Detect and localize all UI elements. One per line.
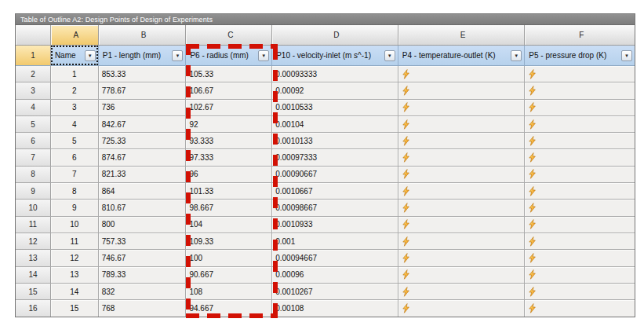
cell-p6-radius[interactable]: 97.333 [186,149,272,165]
header-cell-p4-temperature-outlet[interactable]: P4 - temperature-outlet (K) ▼ [398,46,526,65]
cell-p1-length[interactable]: 746.67 [99,250,187,266]
column-letter-b[interactable]: B [99,25,187,45]
row-number-1[interactable]: 1 [16,46,51,65]
cell-p1-length[interactable]: 864 [99,183,187,199]
cell-p1-length[interactable]: 736 [99,100,187,115]
column-letter-f[interactable]: F [525,25,635,45]
header-cell-p6-radius[interactable]: P6 - radius (mm) ▼ [186,46,272,65]
cell-name[interactable]: 12 [51,250,99,266]
cell-name[interactable]: 3 [51,100,99,115]
cell-name[interactable]: 13 [51,267,99,283]
cell-p10-velocity-inlet[interactable]: 0.00104 [272,116,398,132]
row-number[interactable]: 16 [16,300,51,317]
row-number[interactable]: 10 [16,200,51,215]
corner-cell[interactable] [16,25,51,45]
cell-p4-temperature-pending[interactable] [398,233,526,249]
cell-p4-temperature-pending[interactable] [398,167,526,182]
cell-p10-velocity-inlet[interactable]: 0.00093333 [272,66,398,82]
cell-p10-velocity-inlet[interactable]: 0.00096 [272,267,398,283]
header-cell-p1-length[interactable]: P1 - length (mm) ▼ [99,46,187,65]
cell-name[interactable]: 6 [51,149,99,165]
cell-p10-velocity-inlet[interactable]: 0.00098667 [272,200,398,215]
cell-name[interactable]: 9 [51,200,99,215]
cell-p1-length[interactable]: 874.67 [99,149,187,165]
row-number[interactable]: 14 [16,267,51,283]
cell-p1-length[interactable]: 768 [99,300,187,317]
cell-p1-length[interactable]: 778.67 [99,82,187,98]
p5-filter-dropdown-button[interactable]: ▼ [621,50,632,61]
cell-name[interactable]: 14 [51,284,99,299]
row-number[interactable]: 11 [16,217,51,233]
header-cell-p10-velocity-inlet[interactable]: P10 - velocity-inlet (m s^-1) ▼ [272,46,398,65]
cell-p6-radius[interactable]: 90.667 [186,267,272,283]
cell-p10-velocity-inlet[interactable]: 0.001 [272,233,398,249]
row-number[interactable]: 7 [16,149,51,165]
cell-p4-temperature-pending[interactable] [398,149,526,165]
cell-p6-radius[interactable]: 106.67 [186,82,272,98]
p6-filter-dropdown-button[interactable]: ▼ [258,50,269,61]
cell-p4-temperature-pending[interactable] [398,133,526,148]
cell-p1-length[interactable]: 842.67 [99,116,187,132]
cell-p6-radius[interactable]: 105.33 [186,66,272,82]
cell-p10-velocity-inlet[interactable]: 0.00097333 [272,149,398,165]
cell-p6-radius[interactable]: 98.667 [186,200,272,215]
p1-filter-dropdown-button[interactable]: ▼ [172,50,183,61]
cell-p1-length[interactable]: 810.67 [99,200,187,215]
cell-p5-pressure-pending[interactable] [525,183,635,199]
cell-p1-length[interactable]: 757.33 [99,233,187,249]
header-cell-p5-pressure-drop[interactable]: P5 - pressure drop (K) ▼ [525,46,635,65]
cell-p5-pressure-pending[interactable] [525,66,635,82]
cell-p5-pressure-pending[interactable] [525,167,635,182]
row-number[interactable]: 3 [16,82,51,98]
name-filter-dropdown-button[interactable]: ▼ [85,50,96,61]
cell-p6-radius[interactable]: 96 [186,167,272,182]
cell-p4-temperature-pending[interactable] [398,82,526,98]
cell-p4-temperature-pending[interactable] [398,116,526,132]
cell-p1-length[interactable]: 800 [99,217,187,233]
cell-p6-radius[interactable]: 102.67 [186,100,272,115]
cell-p10-velocity-inlet[interactable]: 0.00094667 [272,250,398,266]
cell-p5-pressure-pending[interactable] [525,82,635,98]
cell-name[interactable]: 5 [51,133,99,148]
cell-p1-length[interactable]: 832 [99,284,187,299]
cell-p4-temperature-pending[interactable] [398,284,526,299]
cell-p5-pressure-pending[interactable] [525,200,635,215]
cell-p10-velocity-inlet[interactable]: 0.00092 [272,82,398,98]
cell-name[interactable]: 10 [51,217,99,233]
cell-p6-radius[interactable]: 92 [186,116,272,132]
cell-p6-radius[interactable]: 108 [186,284,272,299]
cell-p1-length[interactable]: 789.33 [99,267,187,283]
cell-p5-pressure-pending[interactable] [525,250,635,266]
row-number[interactable]: 15 [16,284,51,299]
cell-p5-pressure-pending[interactable] [525,217,635,233]
cell-p4-temperature-pending[interactable] [398,300,526,317]
cell-p4-temperature-pending[interactable] [398,100,526,115]
cell-p4-temperature-pending[interactable] [398,217,526,233]
cell-p5-pressure-pending[interactable] [525,284,635,299]
p4-filter-dropdown-button[interactable]: ▼ [511,50,522,61]
cell-p6-radius[interactable]: 109.33 [186,233,272,249]
cell-p5-pressure-pending[interactable] [525,300,635,317]
cell-name[interactable]: 7 [51,167,99,182]
cell-p5-pressure-pending[interactable] [525,116,635,132]
row-number[interactable]: 2 [16,66,51,82]
cell-name[interactable]: 11 [51,233,99,249]
cell-p5-pressure-pending[interactable] [525,267,635,283]
cell-p10-velocity-inlet[interactable]: 0.00108 [272,300,398,317]
row-number[interactable]: 4 [16,100,51,115]
cell-p1-length[interactable]: 725.33 [99,133,187,148]
cell-name[interactable]: 4 [51,116,99,132]
column-letter-d[interactable]: D [272,25,398,45]
header-cell-name[interactable]: Name ▼ [51,46,99,65]
column-letter-e[interactable]: E [398,25,526,45]
cell-p4-temperature-pending[interactable] [398,267,526,283]
row-number[interactable]: 9 [16,183,51,199]
cell-p10-velocity-inlet[interactable]: 0.0010133 [272,133,398,148]
cell-p6-radius[interactable]: 101.33 [186,183,272,199]
column-letter-a[interactable]: A [51,25,99,45]
row-number[interactable]: 8 [16,167,51,182]
cell-name[interactable]: 2 [51,82,99,98]
cell-p10-velocity-inlet[interactable]: 0.0010667 [272,183,398,199]
cell-p6-radius[interactable]: 94.667 [186,300,272,317]
row-number[interactable]: 6 [16,133,51,148]
